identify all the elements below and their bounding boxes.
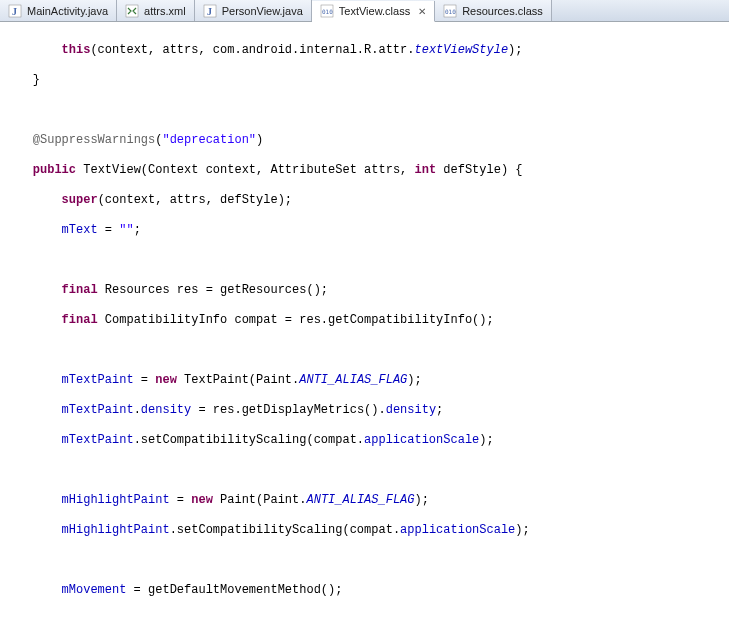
svg-text:010: 010 — [445, 8, 456, 15]
code-line: mMovement = getDefaultMovementMethod(); — [4, 583, 729, 598]
java-file-icon: J — [203, 4, 217, 18]
tab-textview[interactable]: 010 TextView.class ✕ — [312, 1, 435, 22]
svg-text:J: J — [12, 6, 17, 17]
code-line: mHighlightPaint = new Paint(Paint.ANTI_A… — [4, 493, 729, 508]
tab-resources[interactable]: 010 Resources.class — [435, 0, 552, 21]
code-line: public TextView(Context context, Attribu… — [4, 163, 729, 178]
code-line — [4, 343, 729, 358]
svg-text:010: 010 — [322, 8, 333, 15]
code-line — [4, 103, 729, 118]
code-line — [4, 463, 729, 478]
code-line — [4, 253, 729, 268]
tab-mainactivity[interactable]: J MainActivity.java — [0, 0, 117, 21]
tab-label: PersonView.java — [222, 5, 303, 17]
code-line: @SuppressWarnings("deprecation") — [4, 133, 729, 148]
code-line: mTextPaint.density = res.getDisplayMetri… — [4, 403, 729, 418]
code-line: mTextPaint.setCompatibilityScaling(compa… — [4, 433, 729, 448]
close-icon[interactable]: ✕ — [418, 6, 426, 17]
code-line: } — [4, 73, 729, 88]
code-line: mText = ""; — [4, 223, 729, 238]
code-line: mTextPaint = new TextPaint(Paint.ANTI_AL… — [4, 373, 729, 388]
tab-label: TextView.class — [339, 5, 410, 17]
code-line — [4, 613, 729, 628]
svg-rect-2 — [126, 5, 138, 17]
code-line — [4, 553, 729, 568]
class-file-icon: 010 — [443, 4, 457, 18]
tab-personview[interactable]: J PersonView.java — [195, 0, 312, 21]
xml-file-icon — [125, 4, 139, 18]
tab-label: Resources.class — [462, 5, 543, 17]
tab-attrs[interactable]: attrs.xml — [117, 0, 195, 21]
code-line: final CompatibilityInfo compat = res.get… — [4, 313, 729, 328]
svg-text:J: J — [207, 6, 212, 17]
tab-label: MainActivity.java — [27, 5, 108, 17]
code-line: this(context, attrs, com.android.interna… — [4, 43, 729, 58]
code-line: super(context, attrs, defStyle); — [4, 193, 729, 208]
java-file-icon: J — [8, 4, 22, 18]
class-file-icon: 010 — [320, 4, 334, 18]
code-editor[interactable]: this(context, attrs, com.android.interna… — [0, 22, 729, 631]
tab-label: attrs.xml — [144, 5, 186, 17]
editor-tab-bar: J MainActivity.java attrs.xml J PersonVi… — [0, 0, 729, 22]
code-line: mHighlightPaint.setCompatibilityScaling(… — [4, 523, 729, 538]
code-line: final Resources res = getResources(); — [4, 283, 729, 298]
